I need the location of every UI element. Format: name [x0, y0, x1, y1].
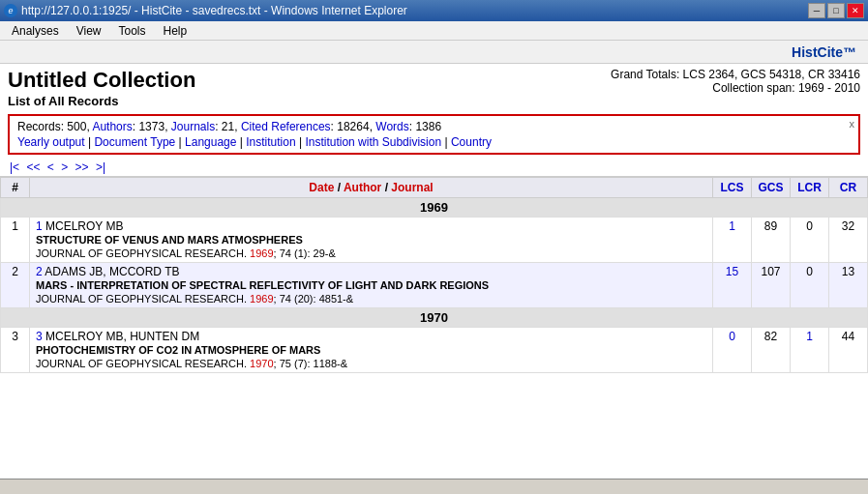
row-num: 3 — [1, 328, 30, 373]
ie-logo: e — [4, 4, 17, 17]
lcs-link[interactable]: 15 — [726, 265, 738, 278]
author-name: MCELROY MB — [45, 219, 123, 233]
journals-link[interactable]: Journals — [171, 120, 215, 133]
cited-refs-count: 18264 — [337, 120, 369, 133]
close-button[interactable]: ✕ — [847, 3, 864, 18]
lcr-cell: 0 — [791, 263, 829, 308]
author-name: MCELROY MB, HUNTEN DM — [45, 330, 199, 343]
col-cr: CR — [829, 178, 868, 198]
authors-link[interactable]: Authors — [92, 120, 132, 133]
lcs-link[interactable]: 1 — [729, 219, 735, 233]
nav-next[interactable]: > — [61, 160, 68, 174]
toolbar: HistCite™ — [0, 41, 868, 64]
grand-totals: Grand Totals: LCS 2364, GCS 54318, CR 33… — [611, 68, 860, 95]
status-bar — [0, 479, 868, 494]
lcs-value: 0 — [729, 330, 735, 343]
lcs-cell: 15 — [713, 263, 752, 308]
record-title: PHOTOCHEMISTRY OF CO2 IN ATMOSPHERE OF M… — [36, 344, 320, 356]
row-num: 1 — [1, 218, 30, 263]
lcs-cell: 0 — [713, 328, 752, 373]
col-date: Date — [309, 181, 334, 194]
year-link[interactable]: 1969 — [250, 293, 273, 305]
author-name: ADAMS JB, MCCORD TB — [45, 265, 179, 278]
country-link[interactable]: Country — [451, 135, 492, 149]
gcs-cell: 82 — [752, 328, 791, 373]
page-title: Untitled Collection — [8, 68, 195, 93]
nav-prev[interactable]: < — [47, 160, 54, 174]
language-link[interactable]: Language — [185, 135, 236, 149]
title-bar: e http://127.0.0.1:1925/ - HistCite - sa… — [0, 0, 868, 21]
col-lcs: LCS — [713, 178, 752, 198]
stats-close-button[interactable]: x — [850, 118, 855, 130]
col-date-author-journal: Date / Author / Journal — [30, 178, 713, 198]
institution-link[interactable]: Institution — [246, 135, 295, 149]
cr-cell: 32 — [829, 218, 868, 263]
minimize-button[interactable]: ─ — [808, 3, 825, 18]
lcr-value: 0 — [806, 265, 813, 278]
lcr-cell: 1 — [791, 328, 829, 373]
row-content: 2 ADAMS JB, MCCORD TB MARS - INTERPRETAT… — [30, 263, 713, 308]
col-lcr: LCR — [791, 178, 829, 198]
year-row: 1970 — [1, 308, 868, 328]
histcite-brand: HistCite™ — [792, 44, 856, 60]
records-table-wrapper: # Date / Author / Journal LCS GCS LCR CR… — [0, 177, 868, 479]
nav-bar: |< << < > >> >| — [0, 159, 868, 177]
year-link[interactable]: 1969 — [250, 247, 273, 259]
table-row: 1 1 MCELROY MB STRUCTURE OF VENUS AND MA… — [1, 218, 868, 263]
lcs-cell: 1 — [713, 218, 752, 263]
gcs-cell: 107 — [752, 263, 791, 308]
page-subtitle: List of All Records — [8, 94, 195, 108]
yearly-output-link[interactable]: Yearly output — [17, 135, 85, 149]
nav-prev-prev[interactable]: << — [26, 160, 40, 174]
authors-count: 1373 — [138, 120, 165, 133]
menu-analyses[interactable]: Analyses — [4, 23, 67, 39]
stats-box: x Records: 500, Authors: 1373, Journals:… — [8, 114, 860, 155]
year-cell: 1969 — [1, 198, 868, 218]
table-row: 3 3 MCELROY MB, HUNTEN DM PHOTOCHEMISTRY… — [1, 328, 868, 373]
cr-cell: 44 — [829, 328, 868, 373]
record-num-link[interactable]: 3 — [36, 330, 43, 343]
year-row: 1969 — [1, 198, 868, 218]
stats-line: Records: 500, Authors: 1373, Journals: 2… — [17, 120, 851, 133]
institution-subdivision-link[interactable]: Institution with Subdivision — [305, 135, 441, 149]
record-journal: JOURNAL OF GEOPHYSICAL RESEARCH. 1969; 7… — [36, 247, 336, 259]
record-num-link[interactable]: 2 — [36, 265, 43, 278]
table-row: 2 2 ADAMS JB, MCCORD TB MARS - INTERPRET… — [1, 263, 868, 308]
record-journal: JOURNAL OF GEOPHYSICAL RESEARCH. 1969; 7… — [36, 293, 353, 305]
year-link[interactable]: 1970 — [250, 358, 273, 369]
words-link[interactable]: Words — [375, 120, 408, 133]
window-title: http://127.0.0.1:1925/ - HistCite - save… — [21, 4, 407, 17]
cr-cell: 13 — [829, 263, 868, 308]
words-count: 1386 — [415, 120, 441, 133]
journals-count: 21 — [222, 120, 234, 133]
page-header: Untitled Collection List of All Records … — [0, 64, 868, 110]
menu-bar: Analyses View Tools Help — [0, 21, 868, 41]
col-author: Author — [344, 181, 381, 194]
record-journal: JOURNAL OF GEOPHYSICAL RESEARCH. 1970; 7… — [36, 358, 347, 369]
col-journal: Journal — [391, 181, 433, 194]
stats-links: Yearly output | Document Type | Language… — [17, 135, 851, 149]
grand-totals-line1: Grand Totals: LCS 2364, GCS 54318, CR 33… — [611, 68, 860, 81]
collection-span: Collection span: 1969 - 2010 — [611, 81, 860, 95]
nav-next-next[interactable]: >> — [75, 160, 89, 174]
record-num-link[interactable]: 1 — [36, 219, 43, 233]
nav-last[interactable]: >| — [96, 160, 105, 174]
row-num: 2 — [1, 263, 30, 308]
menu-view[interactable]: View — [69, 23, 109, 39]
lcr-link[interactable]: 1 — [806, 330, 813, 343]
content-area: Untitled Collection List of All Records … — [0, 64, 868, 479]
col-gcs: GCS — [752, 178, 791, 198]
row-content: 1 MCELROY MB STRUCTURE OF VENUS AND MARS… — [30, 218, 713, 263]
window-controls[interactable]: ─ □ ✕ — [808, 3, 864, 18]
nav-first[interactable]: |< — [10, 160, 19, 174]
maximize-button[interactable]: □ — [827, 3, 845, 18]
gcs-cell: 89 — [752, 218, 791, 263]
record-title: STRUCTURE OF VENUS AND MARS ATMOSPHERES — [36, 234, 303, 246]
menu-help[interactable]: Help — [156, 23, 195, 39]
menu-tools[interactable]: Tools — [111, 23, 154, 39]
document-type-link[interactable]: Document Type — [94, 135, 175, 149]
records-table: # Date / Author / Journal LCS GCS LCR CR… — [0, 177, 868, 373]
cited-refs-link[interactable]: Cited References — [241, 120, 331, 133]
lcr-value: 0 — [806, 219, 813, 233]
lcr-cell: 0 — [791, 218, 829, 263]
